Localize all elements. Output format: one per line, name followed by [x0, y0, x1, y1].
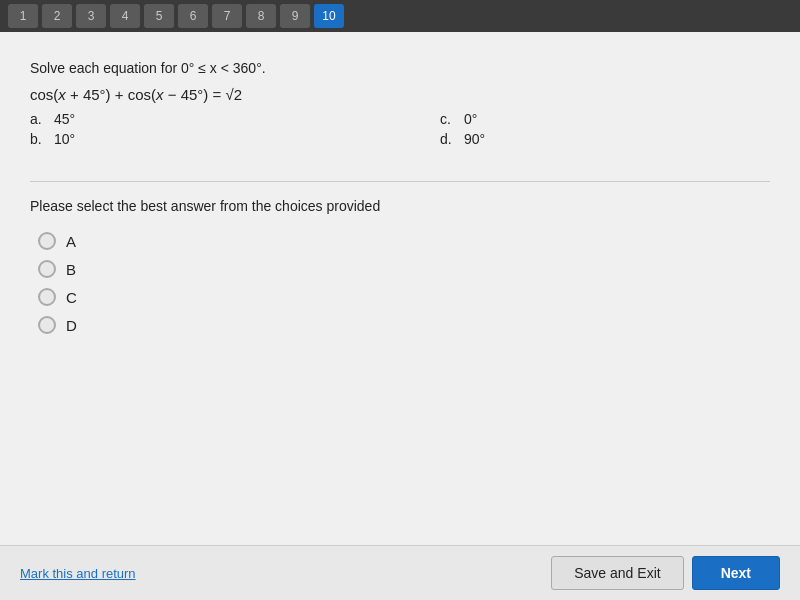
choices-list: A B C D: [38, 232, 770, 334]
radio-b[interactable]: [38, 260, 56, 278]
answer-grid: a. 45° c. 0° b. 10° d. 90°: [30, 111, 770, 147]
radio-a[interactable]: [38, 232, 56, 250]
answer-c-value: 0°: [464, 111, 477, 127]
radio-d[interactable]: [38, 316, 56, 334]
choice-d-label: D: [66, 317, 77, 334]
nav-btn-8[interactable]: 8: [246, 4, 276, 28]
nav-btn-10[interactable]: 10: [314, 4, 344, 28]
choice-d[interactable]: D: [38, 316, 770, 334]
answer-b: b. 10°: [30, 131, 360, 147]
radio-c[interactable]: [38, 288, 56, 306]
question-header: Solve each equation for 0° ≤ x < 360°.: [30, 60, 770, 76]
answer-c: c. 0°: [440, 111, 770, 127]
answer-a-label: a.: [30, 111, 46, 127]
answer-d-label: d.: [440, 131, 456, 147]
nav-btn-9[interactable]: 9: [280, 4, 310, 28]
save-exit-button[interactable]: Save and Exit: [551, 556, 683, 590]
divider: [30, 181, 770, 182]
select-prompt: Please select the best answer from the c…: [30, 198, 770, 214]
nav-btn-2[interactable]: 2: [42, 4, 72, 28]
choice-c[interactable]: C: [38, 288, 770, 306]
answer-b-label: b.: [30, 131, 46, 147]
answer-d: d. 90°: [440, 131, 770, 147]
mark-return-button[interactable]: Mark this and return: [20, 566, 136, 581]
equation-text: cos(x + 45°) + cos(x − 45°) = √2: [30, 86, 242, 103]
answer-a-value: 45°: [54, 111, 75, 127]
question-nav-bar: 12345678910: [0, 0, 800, 32]
main-content: Solve each equation for 0° ≤ x < 360°. c…: [0, 32, 800, 545]
nav-btn-1[interactable]: 1: [8, 4, 38, 28]
next-button[interactable]: Next: [692, 556, 780, 590]
nav-btn-6[interactable]: 6: [178, 4, 208, 28]
answer-c-label: c.: [440, 111, 456, 127]
answer-a: a. 45°: [30, 111, 360, 127]
equation-display: cos(x + 45°) + cos(x − 45°) = √2: [30, 86, 770, 103]
choice-c-label: C: [66, 289, 77, 306]
nav-btn-5[interactable]: 5: [144, 4, 174, 28]
nav-btn-4[interactable]: 4: [110, 4, 140, 28]
choice-a[interactable]: A: [38, 232, 770, 250]
bottom-bar: Mark this and return Save and Exit Next: [0, 545, 800, 600]
nav-btn-7[interactable]: 7: [212, 4, 242, 28]
choice-a-label: A: [66, 233, 76, 250]
nav-btn-3[interactable]: 3: [76, 4, 106, 28]
choice-b-label: B: [66, 261, 76, 278]
answer-d-value: 90°: [464, 131, 485, 147]
bottom-right-buttons: Save and Exit Next: [551, 556, 780, 590]
choice-b[interactable]: B: [38, 260, 770, 278]
answer-b-value: 10°: [54, 131, 75, 147]
